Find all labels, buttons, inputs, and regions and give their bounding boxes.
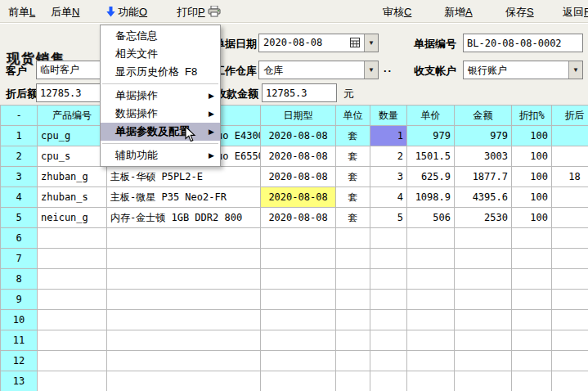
- grid-cell-empty[interactable]: [38, 371, 107, 391]
- grid-cell-empty[interactable]: [336, 330, 370, 351]
- menu-item-history-price[interactable]: 显示历史价格F8: [101, 63, 220, 81]
- cell-product-name[interactable]: 主板-华硕 P5PL2-E: [107, 167, 261, 187]
- grid-row[interactable]: 2cpu_sCPU-Intel Core 2 Duo E65502020-08-…: [1, 146, 588, 167]
- grid-cell-empty[interactable]: [336, 290, 370, 310]
- warehouse-combo[interactable]: 仓库 ▼: [258, 61, 379, 79]
- grid-row[interactable]: 1cpu_gCPU-Intel Core 2 Duo E43002020-08-…: [1, 126, 588, 146]
- grid-cell-empty[interactable]: [38, 249, 107, 269]
- cell-quantity[interactable]: 4: [370, 187, 407, 208]
- grid-cell-empty[interactable]: [107, 290, 261, 310]
- grid-cell-empty[interactable]: [261, 228, 336, 249]
- cell-product-code[interactable]: neicun_g: [38, 208, 107, 228]
- menu-item-related-files[interactable]: 相关文件: [101, 45, 220, 63]
- grid-cell-empty[interactable]: [107, 351, 261, 371]
- cell-unit-price[interactable]: 506: [407, 208, 455, 228]
- cell-date[interactable]: 2020-08-08: [261, 208, 336, 228]
- grid-cell-empty[interactable]: [407, 310, 455, 330]
- grid-cell-empty[interactable]: [512, 310, 552, 330]
- grid-cell-empty[interactable]: [370, 310, 407, 330]
- grid-cell-empty[interactable]: [107, 371, 261, 391]
- cell-product-name[interactable]: 内存-金士顿 1GB DDR2 800: [107, 208, 261, 228]
- cell-unit[interactable]: 套: [336, 146, 370, 167]
- row-number-cell[interactable]: 7: [1, 249, 38, 269]
- add-button[interactable]: 新增A: [444, 5, 473, 19]
- menu-item-doc-parameters-config[interactable]: 单据参数及配置▶: [101, 123, 220, 141]
- cell-amount[interactable]: 2530: [455, 208, 512, 228]
- cell-quantity[interactable]: 3: [370, 167, 407, 187]
- grid-cell-empty[interactable]: [512, 249, 552, 269]
- printer-icon[interactable]: [208, 6, 221, 20]
- grid-cell-empty[interactable]: [512, 290, 552, 310]
- grid-cell-empty[interactable]: [370, 290, 407, 310]
- cell-product-name[interactable]: 主板-微星 P35 Neo2-FR: [107, 187, 261, 208]
- grid-cell-empty[interactable]: [261, 310, 336, 330]
- grid-cell-empty[interactable]: [370, 269, 407, 290]
- cell-discount-pct[interactable]: 100: [512, 187, 552, 208]
- grid-row[interactable]: 5neicun_g内存-金士顿 1GB DDR2 8002020-08-08套5…: [1, 208, 588, 228]
- row-number-cell[interactable]: 3: [1, 167, 38, 187]
- cell-after-discount[interactable]: [552, 187, 588, 208]
- cell-date[interactable]: 2020-08-08: [261, 126, 336, 146]
- row-number-cell[interactable]: 11: [1, 330, 38, 351]
- grid-cell-empty[interactable]: [552, 269, 588, 290]
- grid-cell-empty[interactable]: [512, 351, 552, 371]
- grid-cell-empty[interactable]: [407, 249, 455, 269]
- next-order-button[interactable]: 后单N: [51, 5, 79, 19]
- cell-quantity[interactable]: 1: [370, 126, 407, 146]
- grid-cell-empty[interactable]: [370, 249, 407, 269]
- grid-row[interactable]: 3zhuban_g主板-华硕 P5PL2-E2020-08-08套3625.91…: [1, 167, 588, 187]
- grid-cell-empty[interactable]: [38, 330, 107, 351]
- grid-cell-empty[interactable]: [261, 269, 336, 290]
- cell-amount[interactable]: 1877.7: [455, 167, 512, 187]
- row-number-cell[interactable]: 13: [1, 371, 38, 391]
- cell-unit-price[interactable]: 1501.5: [407, 146, 455, 167]
- cell-unit[interactable]: 套: [336, 187, 370, 208]
- grid-cell-empty[interactable]: [455, 228, 512, 249]
- grid-cell-empty[interactable]: [38, 269, 107, 290]
- grid-cell-empty[interactable]: [261, 371, 336, 391]
- cell-after-discount[interactable]: 18: [552, 167, 588, 187]
- audit-button[interactable]: 审核C: [383, 5, 411, 19]
- grid-row-empty[interactable]: 6: [1, 228, 588, 249]
- grid-cell-empty[interactable]: [512, 269, 552, 290]
- cell-quantity[interactable]: 2: [370, 146, 407, 167]
- grid-cell-empty[interactable]: [455, 351, 512, 371]
- warehouse-browse-dots[interactable]: ..: [384, 62, 393, 74]
- grid-cell-empty[interactable]: [370, 371, 407, 391]
- grid-cell-empty[interactable]: [552, 249, 588, 269]
- row-number-cell[interactable]: 10: [1, 310, 38, 330]
- row-number-cell[interactable]: 6: [1, 228, 38, 249]
- grid-cell-empty[interactable]: [407, 371, 455, 391]
- grid-cell-empty[interactable]: [336, 351, 370, 371]
- save-button[interactable]: 保存S: [505, 5, 534, 19]
- grid-cell-empty[interactable]: [107, 310, 261, 330]
- cell-unit-price[interactable]: 625.9: [407, 167, 455, 187]
- grid-cell-empty[interactable]: [370, 330, 407, 351]
- grid-cell-empty[interactable]: [38, 290, 107, 310]
- cell-date[interactable]: 2020-08-08: [261, 167, 336, 187]
- grid-cell-empty[interactable]: [407, 290, 455, 310]
- grid-cell-empty[interactable]: [407, 351, 455, 371]
- grid-cell-empty[interactable]: [38, 228, 107, 249]
- prev-order-button[interactable]: 前单L: [8, 5, 35, 19]
- calendar-icon[interactable]: [350, 38, 360, 50]
- grid-cell-empty[interactable]: [552, 351, 588, 371]
- grid-cell-empty[interactable]: [336, 310, 370, 330]
- grid-cell-empty[interactable]: [552, 330, 588, 351]
- back-button[interactable]: 返回R: [563, 5, 588, 19]
- grid-cell-empty[interactable]: [552, 290, 588, 310]
- cell-after-discount[interactable]: [552, 208, 588, 228]
- grid-cell-empty[interactable]: [455, 249, 512, 269]
- cell-product-code[interactable]: zhuban_g: [38, 167, 107, 187]
- cell-unit[interactable]: 套: [336, 126, 370, 146]
- cell-product-code[interactable]: cpu_s: [38, 146, 107, 167]
- row-number-cell[interactable]: 12: [1, 351, 38, 371]
- payment-amount-input[interactable]: [262, 83, 337, 102]
- row-number-cell[interactable]: 2: [1, 146, 38, 167]
- cell-product-code[interactable]: cpu_g: [38, 126, 107, 146]
- warehouse-dropdown-button[interactable]: ▼: [364, 61, 378, 79]
- row-number-cell[interactable]: 4: [1, 187, 38, 208]
- grid-cell-empty[interactable]: [261, 290, 336, 310]
- grid-cell-empty[interactable]: [512, 371, 552, 391]
- grid-cell-empty[interactable]: [107, 249, 261, 269]
